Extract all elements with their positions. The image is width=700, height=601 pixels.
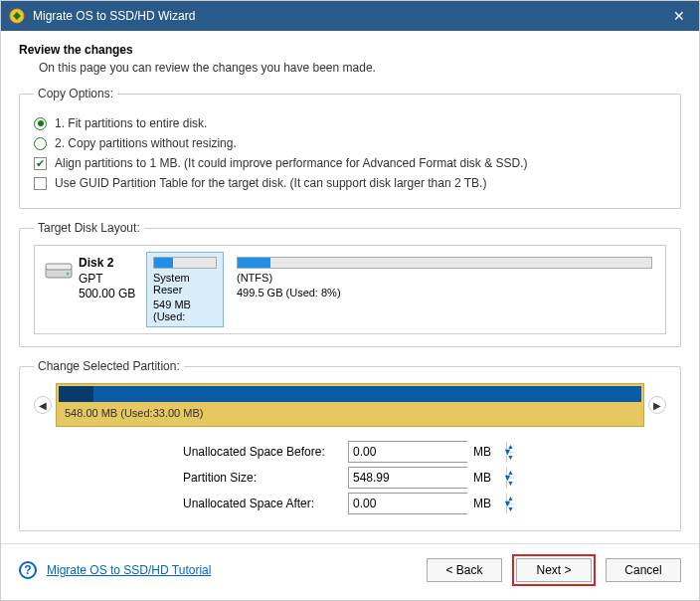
partition-ntfs[interactable]: (NTFS) 499.5 GB (Used: 8%) bbox=[230, 252, 659, 327]
option-fit-partitions[interactable]: 1. Fit partitions to entire disk. bbox=[34, 116, 666, 130]
page-heading: Review the changes bbox=[19, 43, 681, 57]
disk-size: 500.00 GB bbox=[79, 287, 135, 302]
radio-icon[interactable] bbox=[34, 137, 47, 150]
wizard-footer: ? Migrate OS to SSD/HD Tutorial < Back N… bbox=[1, 543, 699, 596]
content-area: Review the changes On this page you can … bbox=[1, 31, 699, 531]
radio-icon[interactable] bbox=[34, 117, 47, 130]
partition-info: 549 MB (Used: bbox=[153, 299, 217, 322]
option-label: 2. Copy partitions without resizing. bbox=[55, 136, 237, 150]
unalloc-before-input[interactable]: ▲ ▼ bbox=[348, 441, 467, 463]
partition-info: 499.5 GB (Used: 8%) bbox=[237, 287, 652, 299]
disk-layout-box: Disk 2 GPT 500.00 GB System Reser 549 MB… bbox=[34, 245, 666, 334]
unit-dropdown-icon[interactable]: ▼ bbox=[503, 499, 517, 508]
option-use-guid[interactable]: Use GUID Partition Table for the target … bbox=[34, 176, 666, 190]
disk-type: GPT bbox=[79, 272, 135, 288]
unalloc-after-input[interactable]: ▲ ▼ bbox=[348, 493, 467, 514]
unit-label: MB bbox=[473, 445, 497, 459]
unit-dropdown-icon[interactable]: ▼ bbox=[503, 447, 517, 457]
svg-rect-2 bbox=[46, 264, 72, 270]
disk-name: Disk 2 bbox=[79, 256, 135, 272]
tutorial-link[interactable]: Migrate OS to SSD/HD Tutorial bbox=[47, 563, 211, 577]
partition-size-label: Partition Size: bbox=[183, 471, 342, 485]
back-button[interactable]: < Back bbox=[427, 558, 502, 582]
unit-label: MB bbox=[473, 471, 497, 485]
unit-label: MB bbox=[473, 497, 497, 510]
option-copy-without-resize[interactable]: 2. Copy partitions without resizing. bbox=[34, 136, 666, 150]
help-icon[interactable]: ? bbox=[19, 561, 37, 579]
disk-icon bbox=[45, 262, 73, 290]
partition-system-reserved[interactable]: System Reser 549 MB (Used: bbox=[146, 252, 224, 327]
partition-size-bar[interactable]: 548.00 MB (Used:33.00 MB) bbox=[56, 383, 644, 427]
change-partition-group: Change Selected Partition: ◀ 548.00 MB (… bbox=[19, 359, 681, 531]
close-icon[interactable]: ✕ bbox=[667, 8, 691, 24]
next-button[interactable]: Next > bbox=[516, 558, 592, 582]
page-subheading: On this page you can review the changes … bbox=[39, 61, 681, 75]
target-disk-layout-legend: Target Disk Layout: bbox=[34, 221, 144, 235]
change-partition-legend: Change Selected Partition: bbox=[34, 359, 184, 373]
shrink-left-button[interactable]: ◀ bbox=[34, 396, 52, 414]
checkbox-icon[interactable]: ✔ bbox=[34, 157, 47, 170]
unalloc-before-label: Unallocated Space Before: bbox=[183, 445, 342, 459]
partition-name: (NTFS) bbox=[237, 272, 652, 284]
titlebar: Migrate OS to SSD/HD Wizard ✕ bbox=[1, 1, 699, 31]
next-button-highlight: Next > bbox=[512, 554, 596, 586]
disk-info: Disk 2 GPT 500.00 GB bbox=[41, 252, 140, 327]
app-icon bbox=[9, 8, 25, 24]
checkbox-icon[interactable] bbox=[34, 177, 47, 190]
unit-dropdown-icon[interactable]: ▼ bbox=[503, 473, 517, 483]
partition-name: System Reser bbox=[153, 272, 217, 296]
option-align-partitions[interactable]: ✔ Align partitions to 1 MB. (It could im… bbox=[34, 156, 666, 170]
svg-point-3 bbox=[67, 273, 70, 276]
partition-size-input[interactable]: ▲ ▼ bbox=[348, 467, 467, 489]
cancel-button[interactable]: Cancel bbox=[606, 558, 681, 582]
copy-options-group: Copy Options: 1. Fit partitions to entir… bbox=[19, 87, 681, 209]
partition-bar-label: 548.00 MB (Used:33.00 MB) bbox=[57, 402, 643, 419]
option-label: Use GUID Partition Table for the target … bbox=[55, 176, 486, 190]
copy-options-legend: Copy Options: bbox=[34, 87, 117, 100]
target-disk-layout-group: Target Disk Layout: Disk 2 GPT 500.00 GB bbox=[19, 221, 681, 347]
unalloc-after-label: Unallocated Space After: bbox=[183, 497, 342, 510]
window-title: Migrate OS to SSD/HD Wizard bbox=[33, 9, 667, 23]
option-label: 1. Fit partitions to entire disk. bbox=[55, 116, 207, 130]
grow-right-button[interactable]: ▶ bbox=[648, 396, 666, 414]
option-label: Align partitions to 1 MB. (It could impr… bbox=[55, 156, 528, 170]
